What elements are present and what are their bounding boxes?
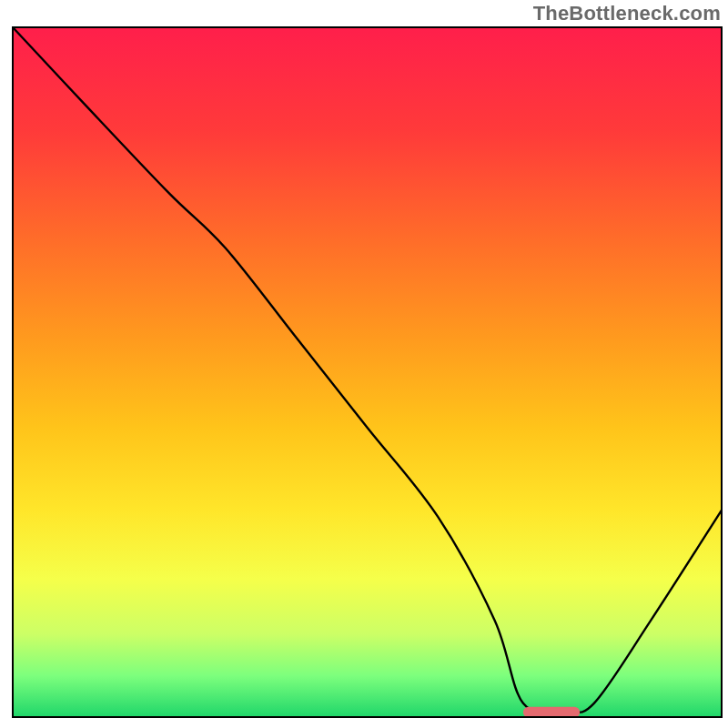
watermark-text: TheBottleneck.com [533,2,721,25]
chart-stage: TheBottleneck.com [0,0,728,728]
optimal-marker [523,707,580,718]
bottleneck-chart [0,0,728,728]
gradient-panel [13,27,722,717]
